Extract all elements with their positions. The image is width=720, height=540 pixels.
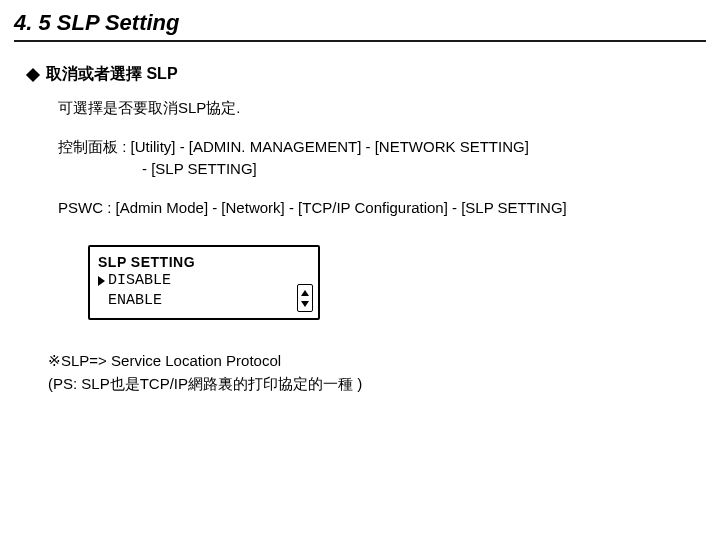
lcd-title: SLP SETTING bbox=[98, 253, 310, 271]
lcd-screenshot: SLP SETTING DISABLE ENABLE bbox=[88, 245, 320, 320]
section-body: 可選擇是否要取消SLP協定. 控制面板 : [Utility] - [ADMIN… bbox=[58, 97, 706, 219]
page-title: 4. 5 SLP Setting bbox=[14, 10, 179, 35]
intro-text: 可選擇是否要取消SLP協定. bbox=[58, 97, 706, 120]
lcd-option-selected: DISABLE bbox=[98, 271, 310, 291]
control-panel-path: 控制面板 : [Utility] - [ADMIN. MANAGEMENT] -… bbox=[58, 136, 706, 159]
lcd-panel: SLP SETTING DISABLE ENABLE bbox=[88, 245, 320, 320]
section: 取消或者選擇 SLP 可選擇是否要取消SLP協定. 控制面板 : [Utilit… bbox=[28, 64, 706, 395]
title-row: 4. 5 SLP Setting bbox=[14, 10, 706, 42]
lcd-option-other-label: ENABLE bbox=[108, 291, 162, 311]
pswc-path: PSWC : [Admin Mode] - [Network] - [TCP/I… bbox=[58, 197, 706, 220]
control-panel-path-sub: - [SLP SETTING] bbox=[142, 158, 706, 181]
page: 4. 5 SLP Setting 取消或者選擇 SLP 可選擇是否要取消SLP協… bbox=[0, 0, 720, 395]
triangle-down-icon bbox=[301, 301, 309, 307]
footnote-line2: (PS: SLP也是TCP/IP網路裏的打印協定的一種 ) bbox=[48, 373, 706, 396]
section-heading-row: 取消或者選擇 SLP bbox=[28, 64, 706, 85]
diamond-icon bbox=[26, 67, 40, 81]
lcd-scroll-indicator bbox=[297, 284, 313, 312]
lcd-option-selected-label: DISABLE bbox=[108, 271, 171, 291]
footnote: ※SLP=> Service Location Protocol (PS: SL… bbox=[48, 350, 706, 395]
section-heading: 取消或者選擇 SLP bbox=[46, 64, 178, 85]
triangle-up-icon bbox=[301, 290, 309, 296]
footnote-line1: ※SLP=> Service Location Protocol bbox=[48, 350, 706, 373]
pointer-icon bbox=[98, 276, 105, 286]
lcd-option-other: ENABLE bbox=[98, 291, 310, 311]
